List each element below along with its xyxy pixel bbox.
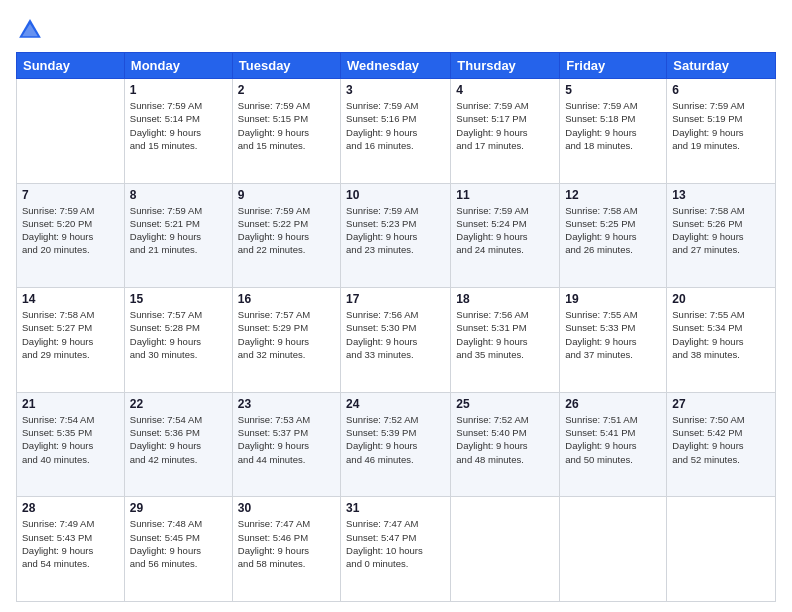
calendar-cell bbox=[667, 497, 776, 602]
day-number: 28 bbox=[22, 501, 119, 515]
day-number: 3 bbox=[346, 83, 445, 97]
calendar-cell: 24Sunrise: 7:52 AMSunset: 5:39 PMDayligh… bbox=[341, 392, 451, 497]
day-number: 13 bbox=[672, 188, 770, 202]
calendar-cell: 31Sunrise: 7:47 AMSunset: 5:47 PMDayligh… bbox=[341, 497, 451, 602]
day-info: Sunrise: 7:49 AMSunset: 5:43 PMDaylight:… bbox=[22, 517, 119, 570]
day-number: 24 bbox=[346, 397, 445, 411]
day-info: Sunrise: 7:59 AMSunset: 5:17 PMDaylight:… bbox=[456, 99, 554, 152]
week-row-2: 14Sunrise: 7:58 AMSunset: 5:27 PMDayligh… bbox=[17, 288, 776, 393]
day-number: 1 bbox=[130, 83, 227, 97]
day-header-friday: Friday bbox=[560, 53, 667, 79]
calendar-cell: 18Sunrise: 7:56 AMSunset: 5:31 PMDayligh… bbox=[451, 288, 560, 393]
day-info: Sunrise: 7:59 AMSunset: 5:18 PMDaylight:… bbox=[565, 99, 661, 152]
day-header-thursday: Thursday bbox=[451, 53, 560, 79]
day-info: Sunrise: 7:59 AMSunset: 5:16 PMDaylight:… bbox=[346, 99, 445, 152]
calendar-cell: 10Sunrise: 7:59 AMSunset: 5:23 PMDayligh… bbox=[341, 183, 451, 288]
day-number: 19 bbox=[565, 292, 661, 306]
day-info: Sunrise: 7:53 AMSunset: 5:37 PMDaylight:… bbox=[238, 413, 335, 466]
day-number: 8 bbox=[130, 188, 227, 202]
logo bbox=[16, 16, 48, 44]
calendar-cell: 17Sunrise: 7:56 AMSunset: 5:30 PMDayligh… bbox=[341, 288, 451, 393]
day-info: Sunrise: 7:47 AMSunset: 5:47 PMDaylight:… bbox=[346, 517, 445, 570]
calendar-cell: 25Sunrise: 7:52 AMSunset: 5:40 PMDayligh… bbox=[451, 392, 560, 497]
calendar-cell: 22Sunrise: 7:54 AMSunset: 5:36 PMDayligh… bbox=[124, 392, 232, 497]
day-info: Sunrise: 7:54 AMSunset: 5:36 PMDaylight:… bbox=[130, 413, 227, 466]
calendar-cell: 9Sunrise: 7:59 AMSunset: 5:22 PMDaylight… bbox=[232, 183, 340, 288]
calendar-cell: 6Sunrise: 7:59 AMSunset: 5:19 PMDaylight… bbox=[667, 79, 776, 184]
day-info: Sunrise: 7:50 AMSunset: 5:42 PMDaylight:… bbox=[672, 413, 770, 466]
calendar-cell bbox=[560, 497, 667, 602]
calendar-cell: 27Sunrise: 7:50 AMSunset: 5:42 PMDayligh… bbox=[667, 392, 776, 497]
day-header-tuesday: Tuesday bbox=[232, 53, 340, 79]
day-number: 31 bbox=[346, 501, 445, 515]
calendar-cell: 15Sunrise: 7:57 AMSunset: 5:28 PMDayligh… bbox=[124, 288, 232, 393]
day-number: 21 bbox=[22, 397, 119, 411]
day-number: 20 bbox=[672, 292, 770, 306]
day-number: 27 bbox=[672, 397, 770, 411]
calendar-cell: 14Sunrise: 7:58 AMSunset: 5:27 PMDayligh… bbox=[17, 288, 125, 393]
day-header-wednesday: Wednesday bbox=[341, 53, 451, 79]
day-info: Sunrise: 7:59 AMSunset: 5:14 PMDaylight:… bbox=[130, 99, 227, 152]
day-number: 14 bbox=[22, 292, 119, 306]
day-info: Sunrise: 7:48 AMSunset: 5:45 PMDaylight:… bbox=[130, 517, 227, 570]
calendar-table: SundayMondayTuesdayWednesdayThursdayFrid… bbox=[16, 52, 776, 602]
day-info: Sunrise: 7:57 AMSunset: 5:28 PMDaylight:… bbox=[130, 308, 227, 361]
day-number: 25 bbox=[456, 397, 554, 411]
day-info: Sunrise: 7:59 AMSunset: 5:20 PMDaylight:… bbox=[22, 204, 119, 257]
calendar-cell: 3Sunrise: 7:59 AMSunset: 5:16 PMDaylight… bbox=[341, 79, 451, 184]
calendar-body: 1Sunrise: 7:59 AMSunset: 5:14 PMDaylight… bbox=[17, 79, 776, 602]
day-info: Sunrise: 7:59 AMSunset: 5:23 PMDaylight:… bbox=[346, 204, 445, 257]
day-number: 7 bbox=[22, 188, 119, 202]
week-row-3: 21Sunrise: 7:54 AMSunset: 5:35 PMDayligh… bbox=[17, 392, 776, 497]
day-info: Sunrise: 7:58 AMSunset: 5:27 PMDaylight:… bbox=[22, 308, 119, 361]
day-number: 11 bbox=[456, 188, 554, 202]
day-number: 6 bbox=[672, 83, 770, 97]
calendar-cell: 13Sunrise: 7:58 AMSunset: 5:26 PMDayligh… bbox=[667, 183, 776, 288]
days-header-row: SundayMondayTuesdayWednesdayThursdayFrid… bbox=[17, 53, 776, 79]
day-info: Sunrise: 7:59 AMSunset: 5:22 PMDaylight:… bbox=[238, 204, 335, 257]
day-info: Sunrise: 7:55 AMSunset: 5:33 PMDaylight:… bbox=[565, 308, 661, 361]
day-number: 22 bbox=[130, 397, 227, 411]
day-number: 9 bbox=[238, 188, 335, 202]
calendar-cell: 19Sunrise: 7:55 AMSunset: 5:33 PMDayligh… bbox=[560, 288, 667, 393]
day-number: 10 bbox=[346, 188, 445, 202]
day-info: Sunrise: 7:56 AMSunset: 5:30 PMDaylight:… bbox=[346, 308, 445, 361]
day-number: 2 bbox=[238, 83, 335, 97]
calendar-page: SundayMondayTuesdayWednesdayThursdayFrid… bbox=[0, 0, 792, 612]
calendar-cell: 26Sunrise: 7:51 AMSunset: 5:41 PMDayligh… bbox=[560, 392, 667, 497]
calendar-cell: 23Sunrise: 7:53 AMSunset: 5:37 PMDayligh… bbox=[232, 392, 340, 497]
calendar-cell: 28Sunrise: 7:49 AMSunset: 5:43 PMDayligh… bbox=[17, 497, 125, 602]
calendar-cell bbox=[17, 79, 125, 184]
calendar-cell: 1Sunrise: 7:59 AMSunset: 5:14 PMDaylight… bbox=[124, 79, 232, 184]
week-row-0: 1Sunrise: 7:59 AMSunset: 5:14 PMDaylight… bbox=[17, 79, 776, 184]
day-number: 5 bbox=[565, 83, 661, 97]
day-number: 30 bbox=[238, 501, 335, 515]
day-info: Sunrise: 7:59 AMSunset: 5:24 PMDaylight:… bbox=[456, 204, 554, 257]
calendar-cell: 2Sunrise: 7:59 AMSunset: 5:15 PMDaylight… bbox=[232, 79, 340, 184]
day-header-monday: Monday bbox=[124, 53, 232, 79]
calendar-cell: 11Sunrise: 7:59 AMSunset: 5:24 PMDayligh… bbox=[451, 183, 560, 288]
day-number: 12 bbox=[565, 188, 661, 202]
day-number: 26 bbox=[565, 397, 661, 411]
calendar-cell: 7Sunrise: 7:59 AMSunset: 5:20 PMDaylight… bbox=[17, 183, 125, 288]
day-info: Sunrise: 7:52 AMSunset: 5:39 PMDaylight:… bbox=[346, 413, 445, 466]
logo-icon bbox=[16, 16, 44, 44]
calendar-cell: 5Sunrise: 7:59 AMSunset: 5:18 PMDaylight… bbox=[560, 79, 667, 184]
calendar-cell: 12Sunrise: 7:58 AMSunset: 5:25 PMDayligh… bbox=[560, 183, 667, 288]
day-info: Sunrise: 7:58 AMSunset: 5:25 PMDaylight:… bbox=[565, 204, 661, 257]
day-info: Sunrise: 7:52 AMSunset: 5:40 PMDaylight:… bbox=[456, 413, 554, 466]
day-info: Sunrise: 7:56 AMSunset: 5:31 PMDaylight:… bbox=[456, 308, 554, 361]
week-row-4: 28Sunrise: 7:49 AMSunset: 5:43 PMDayligh… bbox=[17, 497, 776, 602]
calendar-cell: 8Sunrise: 7:59 AMSunset: 5:21 PMDaylight… bbox=[124, 183, 232, 288]
day-number: 29 bbox=[130, 501, 227, 515]
day-info: Sunrise: 7:58 AMSunset: 5:26 PMDaylight:… bbox=[672, 204, 770, 257]
day-number: 17 bbox=[346, 292, 445, 306]
day-number: 18 bbox=[456, 292, 554, 306]
day-info: Sunrise: 7:59 AMSunset: 5:15 PMDaylight:… bbox=[238, 99, 335, 152]
calendar-cell: 20Sunrise: 7:55 AMSunset: 5:34 PMDayligh… bbox=[667, 288, 776, 393]
day-info: Sunrise: 7:57 AMSunset: 5:29 PMDaylight:… bbox=[238, 308, 335, 361]
day-info: Sunrise: 7:59 AMSunset: 5:19 PMDaylight:… bbox=[672, 99, 770, 152]
day-header-sunday: Sunday bbox=[17, 53, 125, 79]
day-number: 23 bbox=[238, 397, 335, 411]
day-info: Sunrise: 7:54 AMSunset: 5:35 PMDaylight:… bbox=[22, 413, 119, 466]
